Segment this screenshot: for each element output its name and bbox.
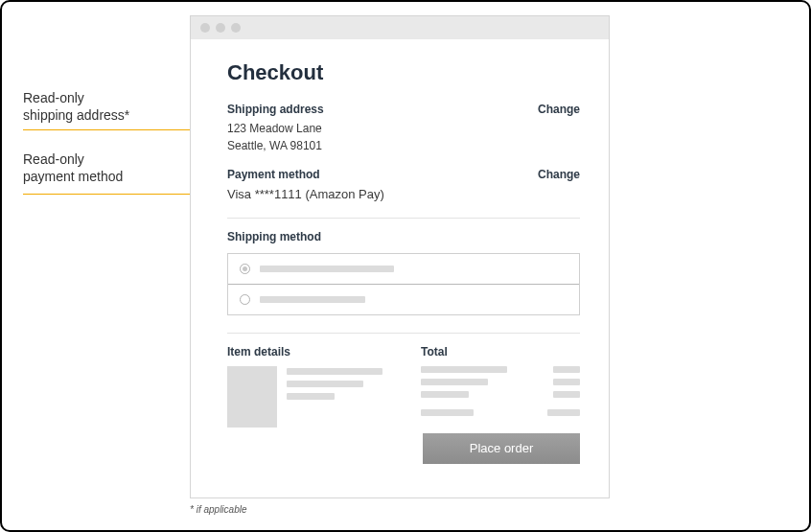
shipping-method-options: [227, 253, 580, 315]
shipping-address-value: 123 Meadow Lane Seattle, WA 98101: [227, 120, 580, 154]
window-titlebar: [191, 16, 609, 39]
placeholder-bar: [421, 409, 474, 416]
divider: [227, 218, 580, 219]
item-thumbnail: [227, 366, 277, 428]
item-row: [227, 366, 386, 428]
footnote: * if applicable: [190, 504, 246, 515]
window-control-icon: [200, 23, 210, 33]
item-details-label: Item details: [227, 345, 386, 359]
place-order-button[interactable]: Place order: [423, 433, 580, 464]
radio-icon: [240, 294, 250, 305]
window-control-icon: [231, 23, 241, 33]
shipping-address-label: Shipping address: [227, 103, 324, 116]
placeholder-bar: [260, 266, 394, 272]
placeholder-bar: [553, 391, 580, 398]
placeholder-bar: [421, 379, 488, 385]
placeholder-bar: [260, 296, 365, 303]
placeholder-bar: [553, 379, 580, 385]
placeholder-bar: [287, 393, 335, 400]
placeholder-bar: [421, 366, 507, 373]
payment-method-label: Payment method: [227, 168, 320, 181]
placeholder-bar: [287, 381, 363, 387]
payment-method-value: Visa ****1111 (Amazon Pay): [227, 185, 580, 204]
radio-icon: [240, 264, 250, 274]
placeholder-bar: [287, 368, 382, 375]
divider: [227, 333, 580, 334]
annotation-payment-method: Read-only payment method: [23, 150, 123, 185]
annotation-shipping-address: Read-only shipping address*: [23, 89, 129, 124]
shipping-option[interactable]: [228, 284, 579, 314]
total-label: Total: [421, 345, 580, 359]
placeholder-bar: [421, 391, 469, 398]
shipping-option[interactable]: [228, 254, 579, 284]
change-payment-link[interactable]: Change: [538, 168, 580, 181]
total-summary: [421, 366, 580, 416]
change-shipping-link[interactable]: Change: [538, 103, 580, 116]
page-title: Checkout: [227, 60, 580, 85]
placeholder-bar: [553, 366, 580, 373]
window-control-icon: [216, 23, 225, 33]
checkout-window: Checkout Shipping address Change 123 Mea…: [190, 15, 610, 498]
shipping-method-label: Shipping method: [227, 230, 580, 243]
placeholder-bar: [547, 409, 580, 416]
